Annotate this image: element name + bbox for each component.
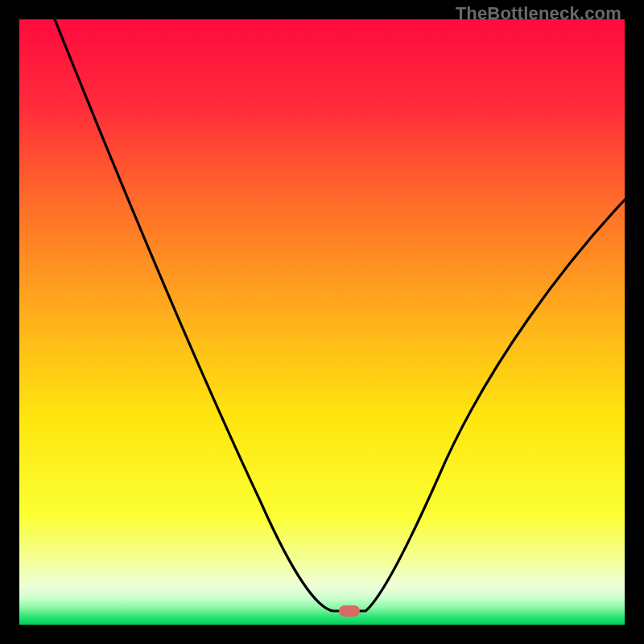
optimum-marker (339, 605, 360, 617)
plot-area (19, 19, 625, 625)
bottleneck-curve (19, 19, 625, 625)
chart-frame: TheBottleneck.com (0, 0, 644, 644)
watermark: TheBottleneck.com (456, 3, 621, 24)
